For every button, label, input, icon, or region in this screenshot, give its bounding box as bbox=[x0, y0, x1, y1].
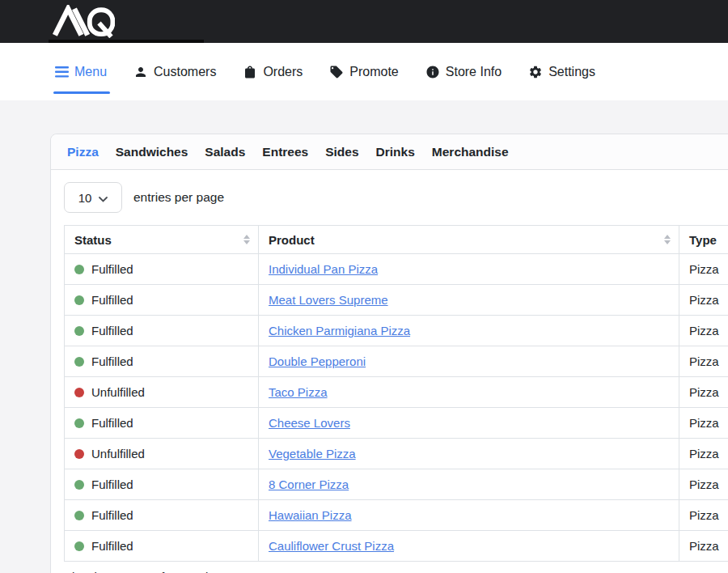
status-dot-icon bbox=[74, 449, 84, 459]
nav-label: Orders bbox=[263, 65, 303, 79]
table-row: Unfulfilled Vegetable Pizza Pizza bbox=[65, 439, 728, 469]
status-cell: Fulfilled bbox=[65, 500, 259, 531]
status-dot-icon bbox=[74, 265, 84, 274]
chevron-down-icon bbox=[99, 191, 108, 205]
column-header-status[interactable]: Status bbox=[65, 226, 259, 254]
product-link[interactable]: Cauliflower Crust Pizza bbox=[269, 539, 394, 553]
tab-merchandise[interactable]: Merchandise bbox=[432, 145, 509, 159]
product-link[interactable]: Individual Pan Pizza bbox=[269, 262, 378, 276]
product-link[interactable]: Chicken Parmigiana Pizza bbox=[269, 324, 410, 337]
table-body: Fulfilled Individual Pan Pizza Pizza Ful… bbox=[65, 254, 728, 562]
tab-sides[interactable]: Sides bbox=[325, 145, 358, 159]
type-cell: Pizza bbox=[679, 531, 728, 562]
menu-card: Pizza Sandwiches Salads Entrees Sides Dr… bbox=[50, 134, 728, 573]
product-link[interactable]: Double Pepperoni bbox=[269, 354, 366, 368]
table-row: Fulfilled Cauliflower Crust Pizza Pizza bbox=[65, 531, 728, 562]
type-cell: Pizza bbox=[679, 377, 728, 408]
type-cell: Pizza bbox=[679, 285, 728, 316]
status-dot-icon bbox=[74, 388, 84, 397]
nav-item-menu[interactable]: Menu bbox=[55, 43, 107, 100]
page-size-select[interactable]: 10 bbox=[64, 182, 122, 213]
status-cell: Fulfilled bbox=[65, 254, 259, 285]
product-cell: 8 Corner Pizza bbox=[259, 469, 679, 500]
column-header-product[interactable]: Product bbox=[259, 226, 679, 254]
table-row: Fulfilled 8 Corner Pizza Pizza bbox=[65, 469, 728, 500]
product-link[interactable]: Hawaiian Pizza bbox=[269, 508, 352, 522]
status-label: Fulfilled bbox=[91, 324, 133, 337]
products-table: Status Product Type Fulfilled Individual… bbox=[64, 225, 728, 562]
product-cell: Cauliflower Crust Pizza bbox=[259, 531, 679, 562]
status-dot-icon bbox=[74, 295, 84, 305]
product-link[interactable]: 8 Corner Pizza bbox=[269, 478, 349, 491]
nav-label: Settings bbox=[548, 65, 595, 79]
page-size-value: 10 bbox=[78, 191, 92, 205]
status-label: Fulfilled bbox=[91, 508, 133, 522]
status-cell: Unfulfilled bbox=[65, 439, 259, 469]
gear-icon bbox=[528, 65, 543, 79]
status-label: Fulfilled bbox=[91, 416, 133, 430]
product-link[interactable]: Taco Pizza bbox=[269, 385, 328, 399]
product-cell: Taco Pizza bbox=[259, 377, 679, 408]
category-tabs: Pizza Sandwiches Salads Entrees Sides Dr… bbox=[51, 134, 728, 170]
product-cell: Double Pepperoni bbox=[259, 346, 679, 377]
status-cell: Fulfilled bbox=[65, 531, 259, 562]
product-link[interactable]: Vegetable Pizza bbox=[269, 447, 356, 461]
product-cell: Individual Pan Pizza bbox=[259, 254, 679, 285]
tab-entrees[interactable]: Entrees bbox=[262, 145, 308, 159]
status-dot-icon bbox=[74, 357, 84, 367]
type-cell: Pizza bbox=[679, 408, 728, 439]
status-dot-icon bbox=[74, 541, 84, 551]
tab-pizza[interactable]: Pizza bbox=[67, 145, 99, 159]
aiq-logo-icon bbox=[52, 5, 115, 41]
table-row: Unfulfilled Taco Pizza Pizza bbox=[65, 377, 728, 408]
nav-label: Store Info bbox=[446, 65, 502, 79]
person-icon bbox=[133, 65, 148, 79]
status-label: Unfulfilled bbox=[91, 385, 145, 399]
nav-label: Customers bbox=[154, 65, 216, 79]
status-dot-icon bbox=[74, 480, 84, 490]
info-icon bbox=[425, 65, 440, 79]
status-label: Fulfilled bbox=[91, 539, 133, 553]
table-row: Fulfilled Cheese Lovers Pizza bbox=[65, 408, 728, 439]
table-row: Fulfilled Chicken Parmigiana Pizza Pizza bbox=[65, 316, 728, 346]
nav-item-orders[interactable]: Orders bbox=[243, 43, 303, 100]
type-cell: Pizza bbox=[679, 500, 728, 531]
top-bar bbox=[0, 0, 728, 43]
table-row: Fulfilled Meat Lovers Supreme Pizza bbox=[65, 285, 728, 316]
status-cell: Fulfilled bbox=[65, 316, 259, 346]
product-link[interactable]: Meat Lovers Supreme bbox=[269, 293, 388, 307]
sort-icon[interactable] bbox=[664, 235, 671, 244]
nav-item-customers[interactable]: Customers bbox=[133, 43, 216, 100]
nav-item-settings[interactable]: Settings bbox=[528, 43, 595, 100]
type-cell: Pizza bbox=[679, 254, 728, 285]
table-header-row: Status Product Type bbox=[65, 226, 728, 254]
status-cell: Fulfilled bbox=[65, 408, 259, 439]
nav-item-promote[interactable]: Promote bbox=[329, 43, 398, 100]
column-header-type[interactable]: Type bbox=[679, 226, 728, 254]
tab-salads[interactable]: Salads bbox=[205, 145, 245, 159]
main-nav: Menu Customers Orders Promote Store Info… bbox=[0, 43, 728, 100]
product-cell: Vegetable Pizza bbox=[259, 439, 679, 469]
table-controls: 10 entries per page bbox=[51, 170, 728, 225]
status-label: Fulfilled bbox=[91, 354, 133, 368]
status-label: Fulfilled bbox=[91, 293, 133, 307]
tab-sandwiches[interactable]: Sandwiches bbox=[116, 145, 188, 159]
type-cell: Pizza bbox=[679, 439, 728, 469]
tab-drinks[interactable]: Drinks bbox=[376, 145, 415, 159]
type-cell: Pizza bbox=[679, 346, 728, 377]
status-dot-icon bbox=[74, 511, 84, 520]
entries-summary: Showing 1 to 10 of 20 entries bbox=[64, 570, 728, 573]
status-label: Fulfilled bbox=[91, 262, 133, 276]
product-cell: Cheese Lovers bbox=[259, 408, 679, 439]
status-cell: Fulfilled bbox=[65, 346, 259, 377]
status-label: Fulfilled bbox=[91, 478, 133, 491]
product-link[interactable]: Cheese Lovers bbox=[269, 416, 350, 430]
nav-label: Menu bbox=[74, 65, 107, 79]
sort-icon[interactable] bbox=[243, 235, 250, 244]
type-cell: Pizza bbox=[679, 469, 728, 500]
shopping-bag-icon bbox=[243, 65, 257, 79]
nav-item-store-info[interactable]: Store Info bbox=[425, 43, 502, 100]
table-row: Fulfilled Double Pepperoni Pizza bbox=[65, 346, 728, 377]
status-cell: Unfulfilled bbox=[65, 377, 259, 408]
status-cell: Fulfilled bbox=[65, 469, 259, 500]
